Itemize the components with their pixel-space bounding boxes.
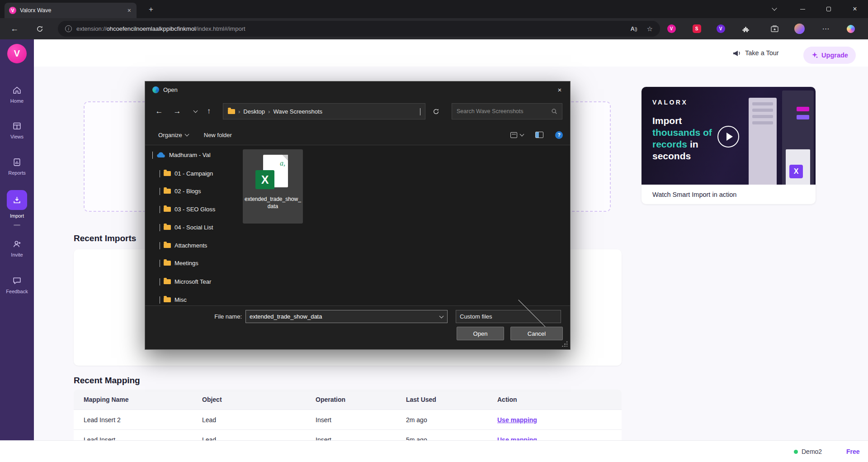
read-aloud-icon[interactable]: A)) bbox=[630, 25, 637, 32]
preview-pane-icon bbox=[535, 132, 543, 138]
sidebar-item-home[interactable]: Home bbox=[0, 86, 34, 104]
browser-back-button[interactable]: ← bbox=[5, 18, 24, 39]
address-bar[interactable]: i extension://ohcoefencilnoemlaalkppibcf… bbox=[58, 21, 660, 37]
extension-badge-1[interactable]: V bbox=[664, 18, 679, 39]
ellipsis-icon: ⋯ bbox=[822, 24, 830, 33]
file-name-dropdown-button[interactable] bbox=[435, 310, 447, 323]
dialog-title-bar[interactable]: Open bbox=[145, 81, 570, 98]
sidebar-item-reports[interactable]: Reports bbox=[0, 157, 34, 176]
folder-icon bbox=[164, 171, 171, 176]
help-icon: ? bbox=[555, 131, 563, 139]
organize-menu-button[interactable]: Organize bbox=[158, 132, 189, 138]
file-name-input[interactable] bbox=[246, 313, 435, 320]
location-folder-icon bbox=[228, 109, 235, 114]
dialog-back-button[interactable]: ← bbox=[151, 100, 167, 122]
address-breadcrumb-bar[interactable]: › Desktop › Wave Screenshots bbox=[223, 103, 425, 119]
favorite-star-icon[interactable]: ☆ bbox=[647, 25, 653, 33]
window-maximize-button[interactable] bbox=[818, 0, 839, 18]
dialog-refresh-button[interactable] bbox=[428, 100, 443, 122]
tree-collapse-icon[interactable] bbox=[160, 278, 160, 286]
browser-refresh-button[interactable] bbox=[31, 18, 49, 39]
window-minimize-button[interactable] bbox=[792, 0, 813, 18]
tree-item-folder[interactable]: 04 - Social List bbox=[145, 220, 227, 234]
file-type-combobox[interactable]: Custom files bbox=[456, 310, 561, 323]
tree-collapse-icon[interactable] bbox=[160, 170, 160, 177]
tree-item-label: Madhuram - Val bbox=[169, 152, 211, 158]
play-button[interactable] bbox=[717, 126, 739, 148]
address-dropdown-icon[interactable] bbox=[420, 108, 420, 115]
tree-item-label: Attachments bbox=[175, 242, 207, 249]
extension-badge-3[interactable]: V bbox=[713, 18, 728, 39]
open-button[interactable]: Open bbox=[457, 327, 504, 340]
dialog-close-button[interactable]: × bbox=[549, 81, 570, 98]
browser-tab[interactable]: V Valorx Wave × bbox=[5, 3, 137, 18]
cell-last-used: 2m ago bbox=[396, 416, 487, 424]
sidebar-item-feedback[interactable]: Feedback bbox=[0, 276, 34, 294]
tree-item-folder[interactable]: Microsoft Tear bbox=[145, 275, 227, 288]
folder-icon bbox=[164, 297, 171, 302]
take-a-tour-button[interactable]: Take a Tour bbox=[732, 39, 779, 67]
recent-imports-heading: Recent Imports bbox=[74, 233, 136, 243]
cancel-button[interactable]: Cancel bbox=[510, 327, 563, 340]
file-item-selected[interactable]: a, X extended_trade_show_data bbox=[243, 149, 303, 224]
browser-settings-button[interactable]: ⋯ bbox=[818, 18, 834, 39]
tree-item-folder[interactable]: 03 - SEO Gloss bbox=[145, 202, 227, 216]
extensions-puzzle-button[interactable] bbox=[739, 18, 754, 39]
search-icon[interactable] bbox=[551, 108, 557, 114]
info-icon[interactable]: i bbox=[65, 25, 72, 32]
sidebar-item-invite[interactable]: Invite bbox=[0, 239, 34, 257]
breadcrumb-wave-screenshots[interactable]: Wave Screenshots bbox=[273, 108, 322, 115]
tree-collapse-icon[interactable] bbox=[160, 188, 160, 195]
tree-collapse-icon[interactable] bbox=[160, 224, 160, 231]
dialog-up-button[interactable]: ↑ bbox=[201, 100, 217, 122]
tree-item-onedrive-root[interactable]: Madhuram - Val bbox=[145, 148, 227, 162]
col-header-mapping-name: Mapping Name bbox=[74, 396, 192, 403]
use-mapping-link[interactable]: Use mapping bbox=[497, 416, 537, 424]
promo-video-thumbnail[interactable]: VALORX Import thousands of records in se… bbox=[642, 87, 816, 185]
window-close-button[interactable]: × bbox=[844, 0, 865, 18]
tree-item-folder[interactable]: 01 - Campaign bbox=[145, 167, 227, 180]
tree-collapse-icon[interactable] bbox=[160, 260, 160, 267]
sidebar-label: Home bbox=[10, 98, 24, 104]
promo-screenshot-collage: X bbox=[749, 90, 816, 185]
breadcrumb-desktop[interactable]: Desktop bbox=[243, 108, 265, 115]
tree-collapse-icon[interactable] bbox=[160, 296, 160, 304]
environment-selector[interactable]: Demo2 bbox=[794, 441, 822, 462]
copilot-button[interactable] bbox=[843, 18, 859, 39]
recent-locations-button[interactable] bbox=[188, 100, 203, 122]
tree-expand-icon[interactable] bbox=[152, 152, 153, 159]
valorx-logo-icon[interactable]: V bbox=[7, 44, 27, 63]
browser-profile-button[interactable] bbox=[792, 18, 807, 39]
resize-grip[interactable] bbox=[561, 341, 567, 347]
sidebar-item-views[interactable]: Views bbox=[0, 121, 34, 139]
collage-x-logo: X bbox=[789, 165, 803, 178]
tree-item-folder[interactable]: Attachments bbox=[145, 238, 227, 252]
file-name-combobox[interactable] bbox=[245, 310, 448, 323]
new-folder-button[interactable]: New folder bbox=[204, 132, 232, 138]
collections-button[interactable] bbox=[767, 18, 782, 39]
tree-item-folder[interactable]: 02 - Blogs bbox=[145, 184, 227, 198]
upgrade-button[interactable]: Upgrade bbox=[803, 47, 856, 64]
view-mode-button[interactable] bbox=[510, 132, 524, 138]
tab-close-icon[interactable]: × bbox=[127, 7, 132, 14]
tab-title: Valorx Wave bbox=[20, 7, 123, 14]
valorx-favicon-icon: V bbox=[9, 7, 16, 14]
file-type-dropdown-button[interactable] bbox=[509, 310, 561, 323]
chevron-down-icon bbox=[520, 132, 524, 137]
tree-item-folder[interactable]: Misc bbox=[145, 293, 227, 306]
tab-strip-chevron-icon[interactable] bbox=[764, 0, 785, 18]
breadcrumb-chevron-icon[interactable]: › bbox=[268, 108, 270, 115]
tree-collapse-icon[interactable] bbox=[160, 242, 160, 249]
search-input[interactable] bbox=[457, 108, 548, 114]
tree-collapse-icon[interactable] bbox=[160, 206, 160, 213]
extension-badge-2[interactable]: S bbox=[689, 18, 704, 39]
help-button[interactable]: ? bbox=[555, 131, 563, 139]
dialog-search-field[interactable] bbox=[452, 103, 562, 119]
plan-badge[interactable]: Free bbox=[846, 441, 860, 462]
new-tab-button[interactable]: + bbox=[146, 4, 156, 15]
preview-pane-button[interactable] bbox=[535, 132, 543, 138]
breadcrumb-chevron-icon[interactable]: › bbox=[238, 108, 240, 115]
dialog-forward-button[interactable]: → bbox=[170, 100, 185, 122]
tree-item-folder[interactable]: Meetings bbox=[145, 256, 227, 270]
sidebar-item-import[interactable]: Import bbox=[0, 190, 34, 219]
